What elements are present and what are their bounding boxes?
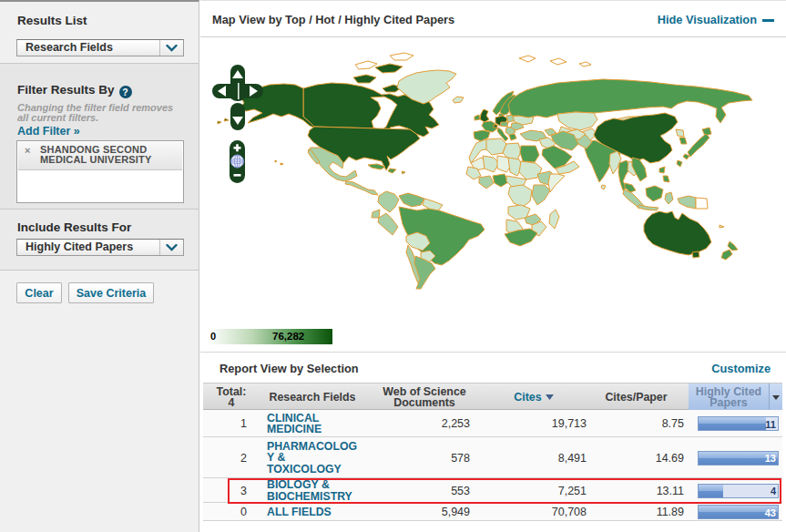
cites-cell: 70,708 — [504, 506, 587, 518]
highlight-annotation — [228, 478, 781, 504]
include-results-dropdown[interactable]: Highly Cited Papers — [16, 239, 184, 256]
rank-cell: 2 — [234, 452, 247, 465]
zoom-control — [230, 140, 245, 183]
col-highly-cited-papers[interactable]: Highly Cited Papers — [689, 384, 769, 411]
customize-link[interactable]: Customize — [711, 362, 771, 375]
hcp-bar: 13 — [698, 451, 779, 466]
clear-button[interactable]: Clear — [16, 282, 62, 303]
include-results-section: Include Results For Highly Cited Papers — [0, 210, 199, 271]
cites-cell: 8,491 — [504, 452, 587, 465]
col-wos-documents[interactable]: Web of Science Documents — [365, 384, 484, 411]
add-filter-link[interactable]: Add Filter » — [17, 125, 80, 138]
table-header-row: Total:4 Research Fields Web of Science D… — [203, 383, 782, 410]
col-cites[interactable]: Cites — [484, 384, 584, 411]
hcp-bar: 43 — [698, 505, 779, 519]
filter-section: Filter Results By? Changing the filter f… — [0, 64, 199, 210]
cites-cell: 19,713 — [504, 417, 587, 430]
results-list-section: Results List Research Fields — [0, 2, 199, 64]
hcp-value: 11 — [765, 419, 776, 430]
save-criteria-button[interactable]: Save Criteria — [68, 282, 154, 303]
sort-desc-icon — [546, 394, 554, 400]
docs-cell: 578 — [385, 452, 470, 465]
map-header: Map View by Top / Hot / Highly Cited Pap… — [200, 1, 786, 37]
table-row-all-fields: 0ALL FIELDS5,94970,70811.8943 — [203, 503, 782, 521]
remove-filter-icon[interactable]: × — [25, 146, 31, 156]
actions-section: Clear Save Criteria — [0, 271, 199, 531]
legend-max: 76,282 — [272, 331, 304, 342]
sidebar: Results List Research Fields Filter Resu… — [0, 0, 199, 532]
field-link[interactable]: PHARMACOLOGY &TOXICOLOGY — [267, 441, 365, 476]
docs-cell: 5,949 — [385, 506, 470, 518]
hcp-value: 43 — [765, 507, 776, 518]
table-row-clinical-medicine: 1CLINICALMEDICINE2,25319,7138.7511 — [203, 410, 782, 437]
hcp-value: 13 — [765, 453, 776, 464]
rank-cell: 0 — [234, 506, 247, 518]
rank-cell: 1 — [234, 417, 247, 430]
results-list-label: Results List — [17, 14, 87, 27]
results-list-value: Research Fields — [26, 41, 113, 54]
hcp-bar: 11 — [698, 416, 779, 431]
cites-per-paper-cell: 14.69 — [604, 452, 684, 465]
chevron-down-icon[interactable] — [159, 40, 183, 56]
table-row-pharmacology-toxicology: 2PHARMACOLOGY &TOXICOLOGY5788,49114.6913 — [203, 437, 782, 478]
include-results-value: Highly Cited Papers — [26, 240, 133, 253]
world-map[interactable]: 0 76,282 — [200, 38, 786, 328]
cites-per-paper-cell: 11.89 — [604, 506, 684, 518]
hide-visualization-link[interactable]: Hide Visualization — [658, 13, 774, 26]
docs-cell: 2,253 — [385, 417, 470, 430]
map-title: Map View by Top / Hot / Highly Cited Pap… — [212, 13, 454, 26]
map-legend: 0 76,282 — [209, 329, 332, 344]
filter-label: Filter Results By? — [17, 83, 132, 98]
col-cites-per-paper[interactable]: Cites/Paper — [584, 384, 689, 411]
column-menu-button[interactable] — [769, 384, 782, 411]
report-header: Report View by Selection Customize — [200, 352, 786, 382]
field-link[interactable]: CLINICALMEDICINE — [267, 413, 365, 435]
filter-chip-text: SHANDONG SECOND MEDICAL UNIVERSITY — [40, 144, 152, 165]
col-research-fields[interactable]: Research Fields — [260, 384, 365, 411]
main-panel: Map View by Top / Hot / Highly Cited Pap… — [200, 0, 786, 532]
filter-listbox[interactable]: × SHANDONG SECOND MEDICAL UNIVERSITY — [16, 140, 184, 203]
report-title: Report View by Selection — [219, 362, 359, 375]
minus-icon — [762, 19, 774, 22]
total-header: Total:4 — [203, 384, 260, 411]
dropdown-arrow-icon — [772, 395, 780, 400]
include-results-label: Include Results For — [17, 220, 131, 234]
zoom-out-button — [234, 174, 241, 177]
results-list-dropdown[interactable]: Research Fields — [16, 39, 184, 56]
choropleth-map — [200, 38, 786, 328]
esi-page: Results List Research Fields Filter Resu… — [0, 0, 786, 532]
field-link[interactable]: ALL FIELDS — [267, 506, 365, 518]
legend-min: 0 — [210, 331, 216, 342]
filter-hint: Changing the filter field removes all cu… — [17, 103, 178, 122]
map-controls[interactable] — [210, 63, 265, 190]
filter-chip[interactable]: × SHANDONG SECOND MEDICAL UNIVERSITY — [18, 142, 182, 170]
help-icon[interactable]: ? — [119, 86, 132, 98]
cites-per-paper-cell: 8.75 — [604, 417, 684, 430]
chevron-down-icon[interactable] — [159, 240, 183, 255]
